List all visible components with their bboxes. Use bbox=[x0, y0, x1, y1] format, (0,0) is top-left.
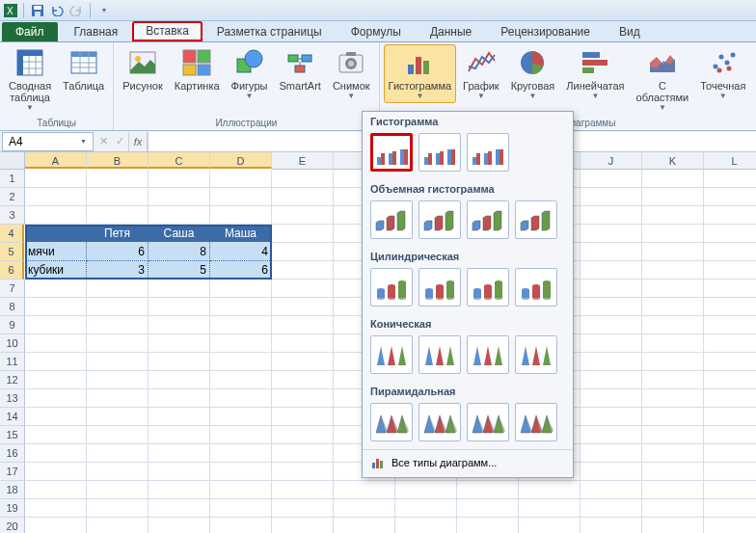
ribbon-button-другие[interactable]: Другие▼ bbox=[752, 44, 756, 103]
cell[interactable] bbox=[25, 371, 87, 389]
cell[interactable] bbox=[580, 261, 642, 280]
cell[interactable] bbox=[642, 463, 704, 481]
chart-type-option[interactable] bbox=[418, 200, 461, 239]
ribbon-button-график[interactable]: График▼ bbox=[458, 44, 504, 103]
chart-type-option[interactable] bbox=[515, 335, 557, 374]
cell[interactable] bbox=[580, 426, 642, 444]
cell[interactable] bbox=[704, 316, 756, 334]
file-tab[interactable]: Файл bbox=[2, 22, 58, 41]
cell[interactable] bbox=[87, 188, 148, 206]
cell[interactable] bbox=[272, 389, 334, 408]
cell[interactable] bbox=[148, 499, 210, 518]
chart-type-option[interactable] bbox=[418, 268, 461, 306]
cell[interactable] bbox=[87, 408, 148, 426]
cell[interactable] bbox=[395, 518, 457, 533]
cell[interactable] bbox=[704, 371, 756, 389]
tab-вид[interactable]: Вид bbox=[605, 21, 655, 41]
cell[interactable] bbox=[642, 353, 704, 371]
tab-рецензирование[interactable]: Рецензирование bbox=[486, 21, 605, 41]
chart-type-option[interactable] bbox=[467, 268, 509, 306]
cell[interactable] bbox=[210, 444, 272, 463]
cancel-icon[interactable]: ✕ bbox=[99, 135, 108, 147]
tab-разметка страницы[interactable]: Разметка страницы bbox=[202, 21, 337, 41]
chart-type-option[interactable] bbox=[370, 335, 413, 374]
cell[interactable] bbox=[210, 280, 272, 298]
cell[interactable] bbox=[642, 298, 704, 316]
cell[interactable] bbox=[272, 188, 334, 206]
cell[interactable]: 8 bbox=[148, 243, 210, 261]
cell[interactable] bbox=[704, 206, 756, 225]
cell[interactable] bbox=[580, 316, 642, 334]
tab-формулы[interactable]: Формулы bbox=[337, 21, 416, 41]
cell[interactable] bbox=[25, 316, 87, 334]
chart-type-option[interactable] bbox=[515, 403, 557, 441]
tab-данные[interactable]: Данные bbox=[416, 21, 486, 41]
cell[interactable] bbox=[642, 243, 704, 261]
row-header[interactable]: 5 bbox=[0, 243, 24, 261]
row-header[interactable]: 9 bbox=[0, 316, 25, 334]
ribbon-button-гистограмма[interactable]: Гистограмма▼ bbox=[384, 44, 457, 103]
cell[interactable] bbox=[704, 389, 756, 408]
cell[interactable] bbox=[87, 334, 148, 353]
cell[interactable] bbox=[148, 371, 210, 389]
cell[interactable] bbox=[148, 280, 210, 298]
cell[interactable] bbox=[704, 170, 756, 188]
ribbon-button-с-областями[interactable]: С областями▼ bbox=[632, 44, 694, 115]
cell[interactable] bbox=[704, 298, 756, 316]
ribbon-button-точечная[interactable]: Точечная▼ bbox=[695, 44, 750, 103]
cell[interactable] bbox=[580, 280, 642, 298]
cell[interactable]: 6 bbox=[210, 261, 272, 280]
row-header[interactable]: 20 bbox=[0, 518, 25, 533]
cell[interactable] bbox=[519, 481, 580, 499]
cell[interactable] bbox=[25, 298, 87, 316]
cell[interactable] bbox=[210, 426, 272, 444]
chart-type-option[interactable] bbox=[370, 403, 413, 441]
cell[interactable] bbox=[25, 353, 87, 371]
chart-type-option[interactable] bbox=[467, 200, 509, 239]
cell[interactable] bbox=[148, 444, 210, 463]
chart-type-option[interactable] bbox=[418, 403, 461, 441]
cell[interactable] bbox=[148, 334, 210, 353]
cell[interactable] bbox=[210, 499, 272, 518]
cell[interactable] bbox=[87, 353, 148, 371]
name-box[interactable]: A4 ▼ bbox=[2, 132, 94, 151]
cell[interactable] bbox=[580, 243, 642, 261]
row-header[interactable]: 18 bbox=[0, 481, 25, 499]
cell[interactable] bbox=[642, 261, 704, 280]
cell[interactable] bbox=[272, 316, 334, 334]
cell[interactable] bbox=[642, 206, 704, 225]
ribbon-button-фигуры[interactable]: Фигуры▼ bbox=[227, 44, 273, 103]
cell[interactable] bbox=[580, 463, 642, 481]
cell[interactable] bbox=[580, 371, 642, 389]
col-header[interactable]: L bbox=[704, 152, 756, 170]
row-header[interactable]: 14 bbox=[0, 408, 25, 426]
cell[interactable] bbox=[25, 426, 87, 444]
row-header[interactable]: 4 bbox=[0, 225, 24, 243]
ribbon-button-таблица[interactable]: Таблица bbox=[58, 44, 109, 104]
cell[interactable] bbox=[704, 225, 756, 243]
col-header[interactable]: C bbox=[148, 152, 210, 169]
chart-type-option[interactable] bbox=[370, 133, 413, 172]
cell[interactable] bbox=[272, 408, 334, 426]
row-header[interactable]: 6 bbox=[0, 261, 24, 280]
cell[interactable] bbox=[148, 426, 210, 444]
cell[interactable] bbox=[148, 518, 210, 533]
cell[interactable] bbox=[210, 316, 272, 334]
cell[interactable] bbox=[25, 206, 87, 225]
ribbon-button-снимок[interactable]: Снимок▼ bbox=[328, 44, 375, 103]
cell[interactable] bbox=[457, 499, 519, 518]
cell[interactable] bbox=[704, 408, 756, 426]
cell[interactable] bbox=[148, 481, 210, 499]
cell[interactable] bbox=[87, 499, 148, 518]
cell[interactable]: 3 bbox=[87, 261, 148, 280]
cell[interactable] bbox=[519, 499, 580, 518]
cell[interactable] bbox=[704, 518, 756, 533]
cell[interactable] bbox=[642, 334, 704, 353]
cell[interactable] bbox=[148, 463, 210, 481]
cell[interactable]: 6 bbox=[87, 243, 148, 261]
cell[interactable]: Маша bbox=[210, 225, 272, 243]
cell[interactable] bbox=[704, 499, 756, 518]
row-header[interactable]: 11 bbox=[0, 353, 25, 371]
chart-type-option[interactable] bbox=[370, 200, 413, 239]
cell[interactable] bbox=[210, 481, 272, 499]
